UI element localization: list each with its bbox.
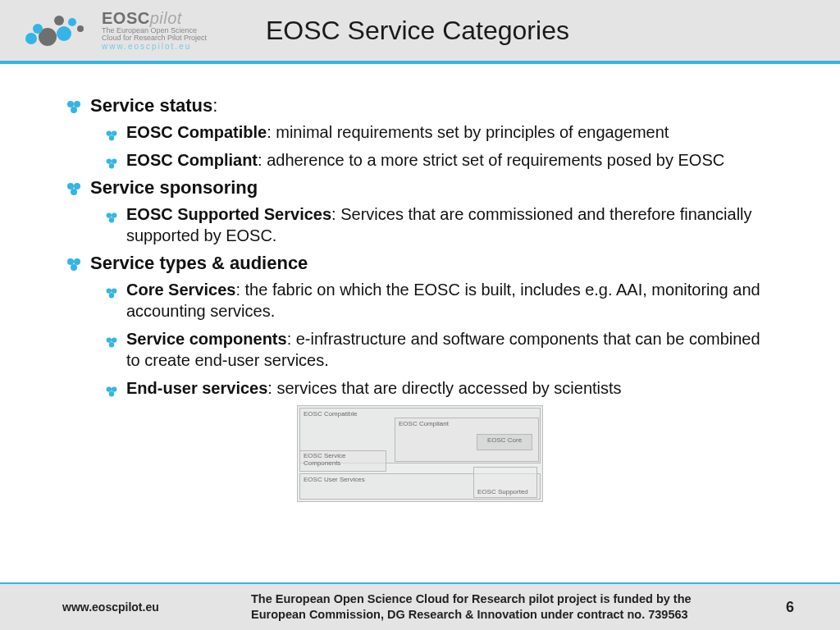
svg-point-15	[109, 163, 114, 168]
svg-point-13	[107, 158, 112, 163]
bullet-icon	[66, 180, 82, 197]
svg-point-3	[68, 18, 76, 26]
slide-header: EOSCpilot The European Open Science Clou…	[0, 0, 840, 64]
diagram-core-label: EOSC Core	[487, 436, 522, 444]
svg-point-21	[109, 217, 114, 222]
svg-point-4	[33, 24, 43, 34]
list-item: EOSC Compliant: adherence to a more stri…	[105, 149, 774, 171]
diagram-supported-box: EOSC Supported	[473, 467, 537, 498]
svg-point-16	[67, 183, 74, 189]
svg-point-26	[112, 288, 116, 293]
svg-point-1	[57, 26, 71, 41]
svg-point-9	[71, 107, 77, 113]
bullet-icon	[105, 153, 118, 167]
diagram-supported-label: EOSC Supported	[477, 488, 528, 495]
logo-suffix: pilot	[150, 9, 182, 27]
section-service-types: Service types & audience Core Services: …	[66, 253, 774, 399]
svg-point-20	[112, 212, 116, 217]
bullet-icon	[66, 256, 82, 272]
svg-point-6	[77, 25, 84, 32]
svg-point-12	[109, 135, 114, 140]
svg-point-7	[67, 101, 74, 107]
diagram-core-box: EOSC Core	[477, 434, 532, 450]
svg-point-19	[107, 212, 112, 217]
footer-text: The European Open Science Cloud for Rese…	[235, 591, 761, 623]
svg-point-25	[107, 288, 112, 293]
item-desc: : services that are directly accessed by…	[267, 379, 621, 397]
svg-point-5	[25, 33, 37, 44]
list-item: Core Services: the fabric on which the E…	[105, 279, 774, 322]
logo-main: EOSC	[102, 9, 150, 27]
svg-point-30	[109, 342, 114, 347]
diagram-components-box: EOSC Service Components	[299, 450, 386, 472]
svg-point-28	[107, 337, 112, 342]
bullet-icon	[105, 283, 118, 296]
item-label: Core Services	[126, 281, 235, 299]
section-service-sponsoring: Service sponsoring EOSC Supported Servic…	[66, 177, 774, 246]
diagram-components-label: EOSC Service Components	[304, 452, 346, 467]
logo-text: EOSCpilot The European Open Science Clou…	[102, 10, 207, 51]
list-item: EOSC Compatible: minimal requirements se…	[105, 121, 774, 143]
svg-point-27	[109, 293, 114, 298]
item-label: End-user services	[126, 379, 267, 397]
section-heading: Service sponsoring	[90, 177, 258, 198]
diagram-compatible-label: EOSC Compatible	[304, 410, 357, 418]
svg-point-31	[107, 386, 112, 391]
svg-point-8	[74, 101, 80, 107]
list-item: EOSC Supported Services: Services that a…	[105, 203, 774, 246]
slide-footer: www.eoscpilot.eu The European Open Scien…	[0, 582, 840, 630]
item-label: EOSC Supported Services	[126, 205, 331, 223]
slide-title: EOSC Service Categories	[266, 16, 569, 46]
svg-point-32	[112, 386, 116, 391]
svg-point-29	[112, 337, 116, 342]
logo-url: www.eoscpilot.eu	[102, 43, 207, 52]
svg-point-2	[54, 16, 64, 25]
section-heading: Service types & audience	[90, 253, 308, 273]
svg-point-18	[71, 189, 77, 195]
svg-point-33	[109, 391, 114, 396]
bullet-icon	[105, 381, 118, 395]
item-label: EOSC Compatible	[126, 123, 267, 141]
bullet-icon	[66, 98, 82, 115]
item-label: Service components	[126, 330, 287, 348]
categories-diagram: EOSC Compatible EOSC Compliant EOSC Core…	[297, 405, 543, 502]
footer-page-number: 6	[761, 599, 794, 616]
item-label: EOSC Compliant	[126, 151, 258, 169]
logo-area: EOSCpilot The European Open Science Clou…	[0, 6, 254, 55]
logo-icon	[23, 6, 97, 55]
list-item: End-user services: services that are dir…	[105, 377, 774, 399]
slide-content: Service status: EOSC Compatible: minimal…	[0, 64, 840, 502]
footer-url: www.eoscpilot.eu	[62, 600, 235, 614]
section-heading-suffix: :	[212, 95, 217, 116]
svg-point-10	[107, 130, 112, 135]
section-service-status: Service status: EOSC Compatible: minimal…	[66, 95, 774, 171]
svg-point-22	[67, 258, 74, 265]
item-desc: : minimal requirements set by principles…	[267, 123, 669, 141]
svg-point-11	[112, 130, 116, 135]
bullet-icon	[105, 126, 118, 139]
item-desc: : adherence to a more strict set of requ…	[258, 151, 724, 169]
diagram-user-label: EOSC User Services	[304, 476, 365, 483]
bullet-icon	[105, 332, 118, 345]
bullet-icon	[105, 208, 118, 221]
diagram-compliant-label: EOSC Compliant	[399, 420, 449, 427]
svg-point-14	[112, 158, 116, 163]
svg-point-24	[71, 264, 77, 271]
list-item: Service components: e-infrastructure and…	[105, 328, 774, 371]
svg-point-17	[74, 183, 80, 189]
section-heading: Service status	[90, 95, 212, 116]
svg-point-23	[74, 258, 80, 265]
